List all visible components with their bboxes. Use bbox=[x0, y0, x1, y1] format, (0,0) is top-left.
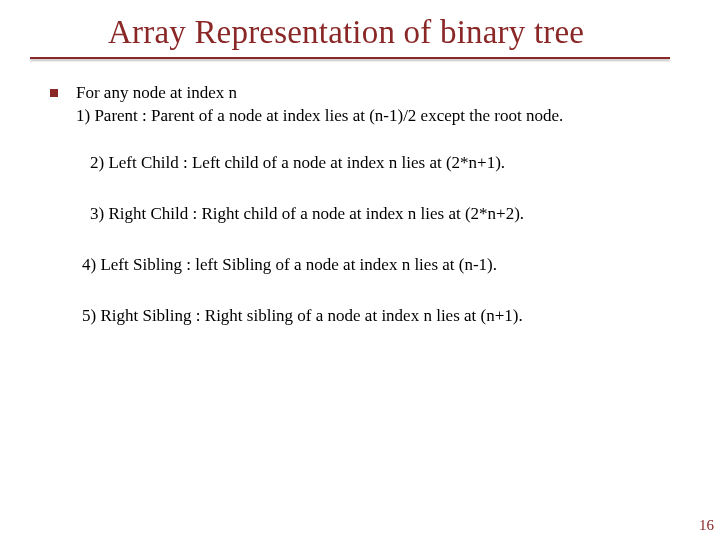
slide: Array Representation of binary tree For … bbox=[0, 0, 720, 540]
rule-left-sibling: 4) Left Sibling : left Sibling of a node… bbox=[82, 254, 680, 277]
square-bullet-icon bbox=[50, 89, 58, 97]
rule-right-child: 3) Right Child : Right child of a node a… bbox=[90, 203, 680, 226]
rules-block: 2) Left Child : Left child of a node at … bbox=[50, 152, 680, 328]
slide-body: For any node at index n 1) Parent : Pare… bbox=[50, 82, 680, 356]
rule-right-sibling: 5) Right Sibling : Right sibling of a no… bbox=[82, 305, 680, 328]
lead-line-1: For any node at index n bbox=[76, 83, 237, 102]
rule-left-child: 2) Left Child : Left child of a node at … bbox=[90, 152, 680, 175]
lead-row: For any node at index n 1) Parent : Pare… bbox=[50, 82, 680, 128]
lead-line-2: 1) Parent : Parent of a node at index li… bbox=[76, 106, 563, 125]
page-number: 16 bbox=[699, 517, 714, 534]
title-underline bbox=[30, 57, 670, 59]
slide-title: Array Representation of binary tree bbox=[108, 14, 584, 51]
lead-text: For any node at index n 1) Parent : Pare… bbox=[76, 82, 680, 128]
